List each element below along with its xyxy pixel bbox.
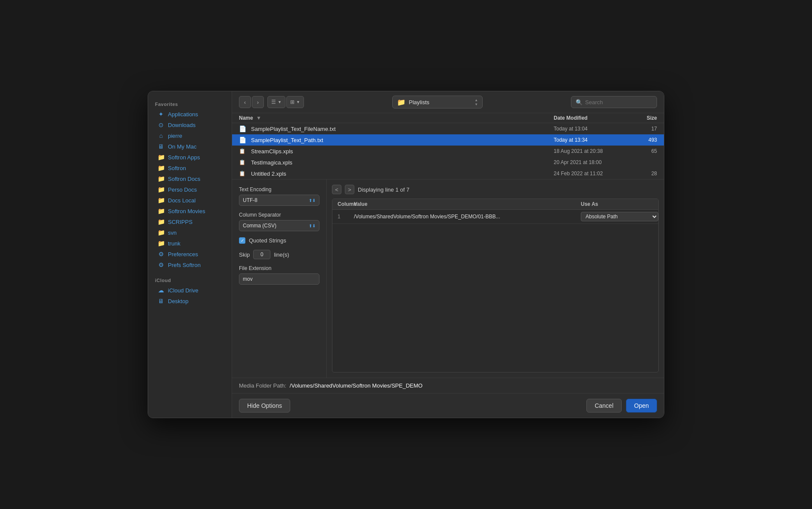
select-arrow-icon: ⬆⬇ <box>309 223 316 228</box>
file-list-header: Name ▼ Date Modified Size <box>232 113 664 123</box>
col-name-header[interactable]: Name ▼ <box>239 115 554 121</box>
file-dialog: Favorites ✦ Applications ⊙ Downloads ⌂ p… <box>148 91 664 418</box>
open-button[interactable]: Open <box>626 399 657 413</box>
desktop-icon: 🖥 <box>158 298 164 304</box>
sidebar-item-prefs-softron[interactable]: ⚙ Prefs Softron <box>151 260 229 270</box>
media-path-bar: Media Folder Path: /Volumes/SharedVolume… <box>232 378 664 393</box>
search-bar[interactable]: 🔍 <box>571 96 657 108</box>
column-separator-select[interactable]: Comma (CSV) ⬆⬇ <box>239 220 319 231</box>
forward-button[interactable]: › <box>252 96 264 108</box>
grid-view-button[interactable]: ⊞ ▼ <box>286 96 304 108</box>
file-size: 28 <box>631 171 657 177</box>
folder-icon: 📁 <box>158 229 164 236</box>
view-buttons: ☰ ▼ ⊞ ▼ <box>267 96 304 108</box>
sidebar-item-on-my-mac[interactable]: 🖥 On My Mac <box>151 141 229 152</box>
preview-panel: < > Displaying line 1 of 7 Column Value … <box>327 180 664 378</box>
favorites-label: Favorites <box>148 98 232 109</box>
sidebar-item-softron-apps[interactable]: 📁 Softron Apps <box>151 152 229 162</box>
sidebar-item-trunk[interactable]: 📁 trunk <box>151 238 229 248</box>
main-panel: ‹ › ☰ ▼ ⊞ ▼ 📁 Playlists ▲ ▼ <box>232 91 664 418</box>
sidebar-item-icloud-drive[interactable]: ☁ iCloud Drive <box>151 285 229 295</box>
sidebar-item-label: Perso Docs <box>168 186 197 193</box>
quoted-strings-checkbox[interactable]: ✓ <box>239 237 245 244</box>
sidebar-item-label: Softron Movies <box>168 208 205 214</box>
home-icon: ⌂ <box>158 132 164 139</box>
search-input[interactable] <box>585 99 650 106</box>
file-date: 18 Aug 2021 at 20:38 <box>554 148 631 154</box>
sidebar-item-label: svn <box>168 230 177 236</box>
sidebar-item-softron[interactable]: 📁 Softron <box>151 163 229 173</box>
table-row[interactable]: 📋 StreamClips.xpls 18 Aug 2021 at 20:38 … <box>232 146 664 157</box>
folder-icon: 📁 <box>158 218 164 225</box>
options-area: Text Encoding UTF-8 ⬆⬇ Column Separator … <box>232 180 664 378</box>
location-bar[interactable]: 📁 Playlists ▲ ▼ <box>392 96 483 109</box>
preview-prev-button[interactable]: < <box>332 185 341 194</box>
file-name: SamplePlaylist_Text_Path.txt <box>251 137 554 143</box>
folder-icon: 📁 <box>158 164 164 171</box>
cancel-button[interactable]: Cancel <box>586 399 622 413</box>
sidebar-item-label: Docs Local <box>168 197 195 204</box>
sidebar-item-softron-movies[interactable]: 📁 Softron Movies <box>151 206 229 216</box>
sidebar-item-docs-local[interactable]: 📁 Docs Local <box>151 195 229 205</box>
preview-next-button[interactable]: > <box>345 185 354 194</box>
table-row[interactable]: 📋 TestImagica.xpls 20 Apr 2021 at 18:00 <box>232 157 664 168</box>
quoted-strings-label: Quoted Strings <box>249 237 286 244</box>
nav-buttons: ‹ › <box>239 96 264 108</box>
use-as-select[interactable]: Absolute Path <box>581 212 658 221</box>
file-extension-input[interactable] <box>239 273 319 285</box>
downloads-icon: ⊙ <box>158 121 164 128</box>
skip-unit: line(s) <box>274 251 289 258</box>
list-view-button[interactable]: ☰ ▼ <box>267 96 285 108</box>
sidebar-item-scripps[interactable]: 📁 SCRIPPS <box>151 217 229 227</box>
hide-options-button[interactable]: Hide Options <box>239 399 290 413</box>
column-separator-value: Comma (CSV) <box>243 223 309 229</box>
sidebar-item-label: trunk <box>168 240 180 247</box>
skip-label: Skip <box>239 251 250 258</box>
folder-icon: 📁 <box>158 240 164 247</box>
list-view-icon: ☰ <box>271 99 276 105</box>
table-row[interactable]: 📄 SamplePlaylist_Text_Path.txt Today at … <box>232 134 664 146</box>
media-path-label: Media Folder Path: <box>239 382 286 389</box>
file-size: 65 <box>631 148 657 154</box>
sidebar-item-label: pierre <box>168 133 182 139</box>
search-icon: 🔍 <box>576 99 583 106</box>
sidebar-item-pierre[interactable]: ⌂ pierre <box>151 130 229 141</box>
col-size-header[interactable]: Size <box>631 115 657 121</box>
table-row[interactable]: 📄 SamplePlaylist_Text_FileName.txt Today… <box>232 123 664 134</box>
col-date-header[interactable]: Date Modified <box>554 115 631 121</box>
file-date: Today at 13:34 <box>554 137 631 143</box>
text-encoding-group: Text Encoding UTF-8 ⬆⬇ <box>239 186 319 206</box>
row-value: /Volumes/SharedVolume/Softron Movies/SPE… <box>354 214 581 220</box>
location-stepper[interactable]: ▲ ▼ <box>474 98 478 106</box>
sidebar-item-applications[interactable]: ✦ Applications <box>151 109 229 119</box>
file-name: TestImagica.xpls <box>251 159 554 166</box>
text-encoding-select[interactable]: UTF-8 ⬆⬇ <box>239 195 319 206</box>
col-column-header: Column <box>332 201 354 207</box>
file-icon: 📋 <box>239 171 248 177</box>
sidebar-item-downloads[interactable]: ⊙ Downloads <box>151 120 229 130</box>
text-encoding-label: Text Encoding <box>239 186 319 192</box>
file-size: 493 <box>631 137 657 143</box>
col-use-as-header: Use As <box>581 201 658 207</box>
sidebar-item-preferences[interactable]: ⚙ Preferences <box>151 249 229 259</box>
media-path-value: /Volumes/SharedVolume/Softron Movies/SPE… <box>290 382 423 389</box>
file-icon: 📄 <box>239 137 248 143</box>
back-button[interactable]: ‹ <box>239 96 251 108</box>
sidebar-item-label: Softron <box>168 165 186 171</box>
sidebar-item-perso-docs[interactable]: 📁 Perso Docs <box>151 184 229 195</box>
file-date: 24 Feb 2022 at 11:02 <box>554 171 631 177</box>
sidebar-item-desktop[interactable]: 🖥 Desktop <box>151 296 229 306</box>
sidebar-item-softron-docs[interactable]: 📁 Softron Docs <box>151 174 229 184</box>
table-row[interactable]: 📋 Untitled 2.xpls 24 Feb 2022 at 11:02 2… <box>232 168 664 179</box>
file-list-section: Name ▼ Date Modified Size 📄 SamplePlayli… <box>232 113 664 180</box>
col-value-header: Value <box>354 201 581 207</box>
sidebar-item-label: On My Mac <box>168 143 196 150</box>
skip-input[interactable] <box>253 250 270 259</box>
toolbar: ‹ › ☰ ▼ ⊞ ▼ 📁 Playlists ▲ ▼ <box>232 91 664 113</box>
sidebar-item-svn[interactable]: 📁 svn <box>151 227 229 238</box>
sidebar-item-label: Prefs Softron <box>168 262 201 268</box>
sort-arrow-icon: ▼ <box>256 115 261 121</box>
file-name: StreamClips.xpls <box>251 148 554 155</box>
select-arrow-icon: ⬆⬇ <box>309 198 316 203</box>
chevron-up-icon: ▲ <box>474 98 478 102</box>
